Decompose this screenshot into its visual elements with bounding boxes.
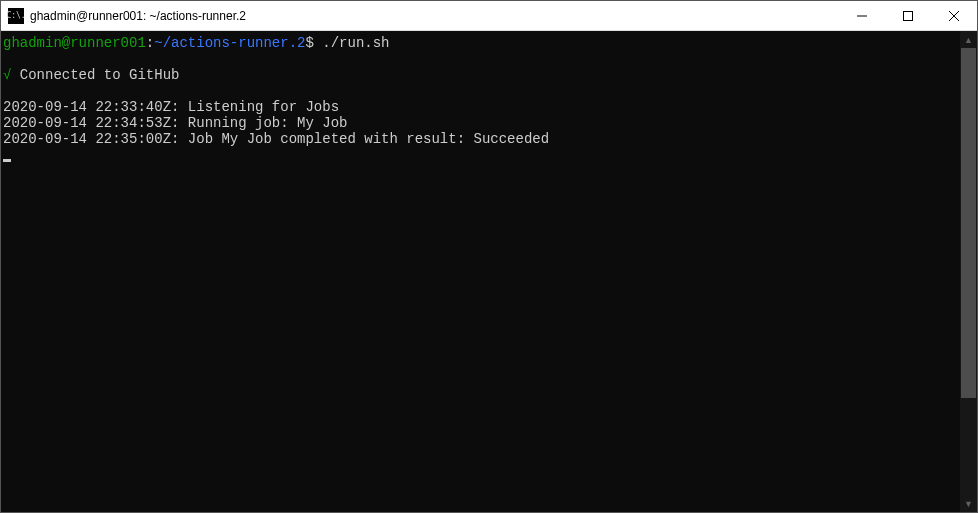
scroll-thumb[interactable] <box>961 48 976 398</box>
minimize-icon <box>857 11 867 21</box>
window-title: ghadmin@runner001: ~/actions-runner.2 <box>30 9 839 23</box>
vertical-scrollbar[interactable]: ▲ ▼ <box>960 31 977 512</box>
prompt-user-host: ghadmin@runner001 <box>3 35 146 51</box>
status-check-icon: √ <box>3 67 11 83</box>
svg-rect-1 <box>904 11 913 20</box>
scroll-up-arrow-icon[interactable]: ▲ <box>960 31 977 48</box>
close-icon <box>949 11 959 21</box>
close-button[interactable] <box>931 1 977 30</box>
maximize-button[interactable] <box>885 1 931 30</box>
minimize-button[interactable] <box>839 1 885 30</box>
status-text: Connected to GitHub <box>20 67 180 83</box>
log-line: 2020-09-14 22:34:53Z: Running job: My Jo… <box>3 115 347 131</box>
prompt-dollar: $ <box>305 35 313 51</box>
log-line: 2020-09-14 22:35:00Z: Job My Job complet… <box>3 131 549 147</box>
maximize-icon <box>903 11 913 21</box>
terminal-content[interactable]: ghadmin@runner001:~/actions-runner.2$ ./… <box>1 31 960 512</box>
terminal-app-icon: C:\. <box>8 8 24 24</box>
scroll-down-arrow-icon[interactable]: ▼ <box>960 495 977 512</box>
terminal-cursor <box>3 159 11 162</box>
prompt-colon: : <box>146 35 154 51</box>
terminal-app-icon-glyph: C:\. <box>6 12 25 20</box>
scroll-track[interactable] <box>960 48 977 495</box>
terminal-window: C:\. ghadmin@runner001: ~/actions-runner… <box>0 0 978 513</box>
prompt-path: ~/actions-runner.2 <box>154 35 305 51</box>
log-line: 2020-09-14 22:33:40Z: Listening for Jobs <box>3 99 339 115</box>
titlebar[interactable]: C:\. ghadmin@runner001: ~/actions-runner… <box>1 1 977 31</box>
command-text: ./run.sh <box>322 35 389 51</box>
window-controls <box>839 1 977 30</box>
terminal-area: ghadmin@runner001:~/actions-runner.2$ ./… <box>1 31 977 512</box>
